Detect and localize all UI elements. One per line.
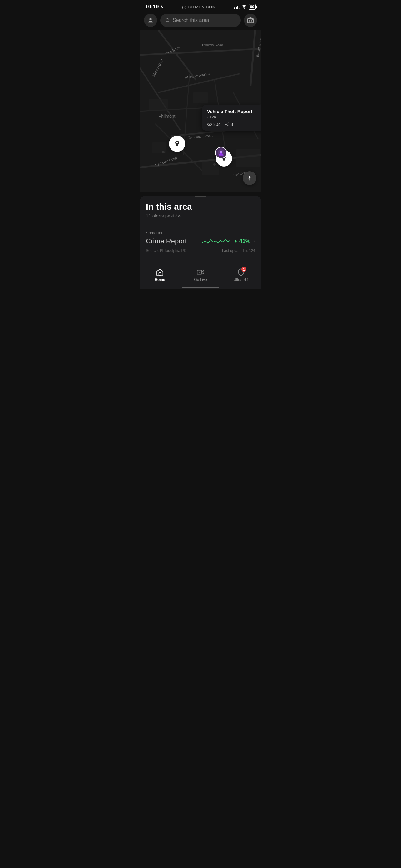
down-arrow-icon bbox=[234, 239, 238, 243]
sheet-title: In this area bbox=[140, 202, 261, 213]
bottom-nav: Home Go Live 1 Ultra 911 bbox=[140, 265, 261, 284]
svg-point-14 bbox=[162, 151, 165, 153]
svg-rect-10 bbox=[236, 149, 260, 167]
video-icon bbox=[196, 268, 205, 276]
nav-item-ultra[interactable]: 1 Ultra 911 bbox=[229, 268, 254, 282]
svg-point-1 bbox=[166, 19, 169, 22]
compass-icon bbox=[246, 175, 253, 181]
sheet-handle bbox=[195, 195, 206, 197]
svg-rect-7 bbox=[149, 99, 168, 111]
svg-rect-11 bbox=[202, 161, 219, 175]
tooltip-time: · 12h bbox=[207, 115, 260, 119]
bottom-sheet: In this area 11 alerts past 4w Somerton … bbox=[140, 195, 261, 265]
camera-button[interactable] bbox=[244, 14, 257, 27]
svg-point-16 bbox=[213, 163, 216, 165]
tooltip-stats: 204 8 bbox=[207, 122, 260, 127]
ultra-badge: 1 bbox=[241, 267, 246, 272]
share-icon bbox=[225, 122, 229, 127]
tooltip-title: Vehicle Theft Report bbox=[207, 109, 260, 114]
svg-point-4 bbox=[249, 20, 252, 22]
nav-item-golive[interactable]: Go Live bbox=[188, 268, 213, 282]
wifi-icon bbox=[242, 5, 247, 9]
svg-rect-8 bbox=[193, 92, 208, 103]
nav-item-home[interactable]: Home bbox=[147, 268, 172, 282]
svg-point-20 bbox=[228, 126, 229, 126]
crime-source: Source: Philadelphia PD bbox=[146, 248, 187, 253]
recenter-button[interactable] bbox=[243, 171, 257, 185]
crime-footer: Source: Philadelphia PD Last updated 5.7… bbox=[146, 248, 255, 253]
home-icon bbox=[156, 268, 164, 276]
svg-point-29 bbox=[199, 272, 200, 273]
svg-point-24 bbox=[220, 151, 222, 153]
avatar-image bbox=[218, 149, 225, 156]
search-input-wrap bbox=[160, 14, 241, 27]
svg-line-2 bbox=[169, 21, 170, 23]
crime-row: Crime Report 41% › bbox=[146, 237, 255, 246]
svg-point-21 bbox=[226, 124, 226, 125]
status-icons: 99 bbox=[234, 4, 256, 10]
crime-title: Crime Report bbox=[146, 237, 187, 245]
crime-right: 41% › bbox=[202, 237, 255, 246]
chevron-right-icon: › bbox=[254, 239, 255, 244]
avatar-button[interactable] bbox=[144, 14, 157, 27]
battery-indicator: 99 bbox=[248, 4, 256, 10]
sheet-subtitle: 11 alerts past 4w bbox=[140, 213, 261, 225]
user-icon bbox=[147, 17, 154, 24]
views-icon bbox=[207, 122, 212, 126]
domain-label: (·) CITIZEN.COM bbox=[182, 5, 216, 9]
home-indicator-bar bbox=[182, 287, 219, 288]
ultra-icon-wrap: 1 bbox=[237, 268, 245, 276]
svg-point-22 bbox=[176, 142, 178, 144]
crime-sparkline bbox=[202, 237, 231, 246]
status-bar: 10:19 (·) CITIZEN.COM 99 bbox=[140, 0, 261, 12]
svg-point-18 bbox=[209, 124, 210, 125]
home-indicator bbox=[140, 284, 261, 289]
svg-point-5 bbox=[252, 19, 253, 20]
crime-neighborhood: Somerton bbox=[146, 230, 255, 235]
signal-bars bbox=[234, 5, 240, 9]
map-container[interactable]: Pine Road Byberry Road Manor Road Philmo… bbox=[140, 30, 261, 192]
search-row bbox=[140, 12, 261, 30]
nav-label-ultra: Ultra 911 bbox=[234, 277, 249, 282]
svg-point-0 bbox=[149, 18, 152, 20]
nav-label-golive: Go Live bbox=[194, 277, 207, 282]
svg-rect-27 bbox=[159, 273, 161, 275]
avatar-pin[interactable] bbox=[215, 147, 227, 159]
svg-point-19 bbox=[228, 122, 229, 123]
location-arrow-icon bbox=[160, 5, 164, 9]
search-icon bbox=[165, 18, 170, 23]
search-input[interactable] bbox=[173, 18, 236, 23]
status-time: 10:19 bbox=[145, 4, 164, 10]
nav-label-home: Home bbox=[155, 277, 165, 282]
crime-percent: 41% bbox=[234, 238, 250, 245]
incident-tooltip[interactable]: Vehicle Theft Report · 12h 204 8 bbox=[202, 105, 261, 131]
crime-report-card[interactable]: Somerton Crime Report 41% › Source: Phil… bbox=[140, 225, 261, 258]
camera-icon bbox=[247, 17, 254, 24]
crime-updated: Last updated 5.7.24 bbox=[222, 248, 255, 253]
pin-icon-1 bbox=[173, 140, 181, 148]
incident-pin-1[interactable] bbox=[169, 135, 185, 152]
